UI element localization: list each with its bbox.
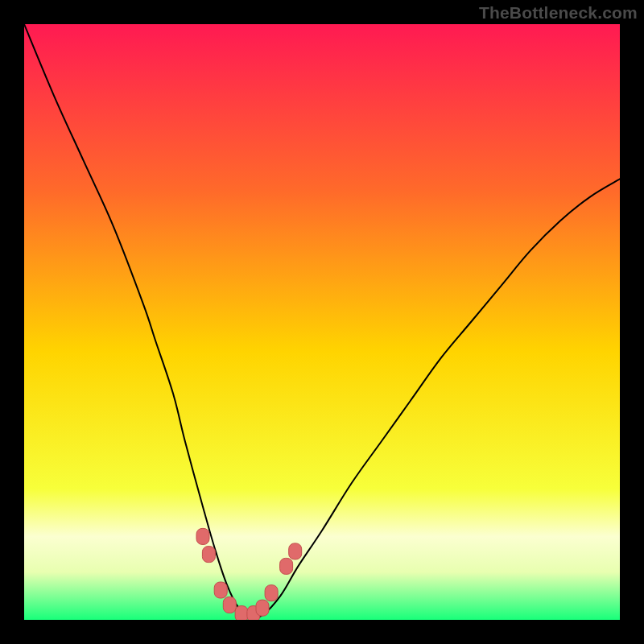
curve-marker — [265, 585, 278, 601]
curve-marker — [223, 597, 236, 613]
curve-marker — [196, 528, 209, 544]
curve-marker — [235, 606, 248, 620]
outer-frame: TheBottleneck.com — [0, 0, 644, 644]
curve-marker — [202, 547, 215, 563]
bottleneck-chart — [24, 24, 620, 620]
curve-marker — [214, 582, 227, 598]
curve-marker — [289, 543, 302, 559]
plot-area — [24, 24, 620, 620]
watermark-text: TheBottleneck.com — [479, 3, 638, 23]
curve-marker — [280, 558, 293, 574]
curve-marker — [256, 600, 269, 616]
